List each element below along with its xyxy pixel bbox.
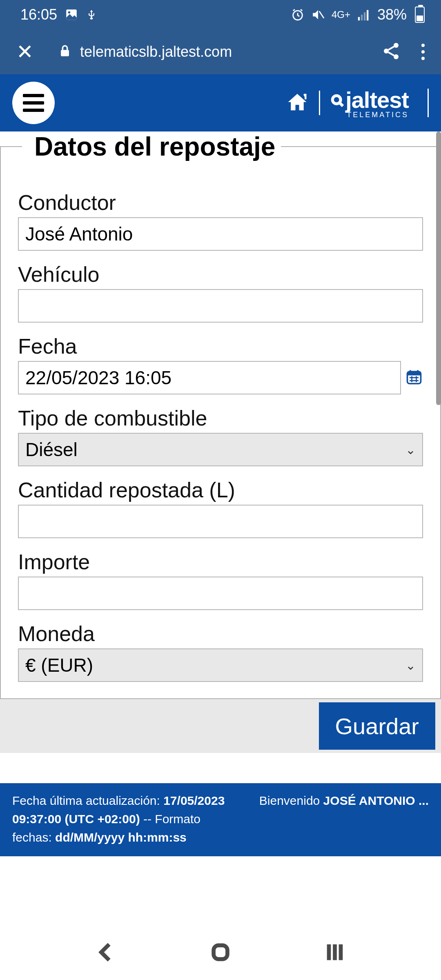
svg-rect-5: [361, 15, 363, 20]
divider: [428, 89, 429, 117]
tipo-combustible-label: Tipo de combustible: [18, 406, 423, 430]
svg-point-1: [68, 11, 71, 14]
fecha-label: Fecha: [18, 334, 423, 359]
svg-line-15: [339, 102, 343, 106]
brand-logo[interactable]: jaltest TELEMATICS: [331, 87, 409, 119]
svg-point-10: [384, 49, 389, 53]
kebab-menu-icon[interactable]: [421, 44, 425, 60]
vehiculo-label: Vehículo: [18, 262, 423, 287]
android-status-bar: 16:05 4G+ 38%: [0, 0, 441, 29]
svg-line-3: [319, 11, 324, 18]
svg-line-12: [388, 47, 394, 50]
svg-point-14: [332, 96, 341, 104]
fecha-input[interactable]: [18, 361, 401, 394]
mute-icon: [311, 8, 325, 22]
footer-status-bar: Fecha última actualización: 17/05/2023 0…: [0, 783, 441, 856]
nav-back-button[interactable]: [94, 940, 118, 966]
divider: [319, 91, 320, 115]
svg-point-9: [394, 43, 399, 48]
cantidad-input[interactable]: [18, 505, 423, 538]
browser-url[interactable]: telematicslb.jaltest.com: [80, 43, 381, 60]
browser-chrome-bar: ✕ telematicslb.jaltest.com: [0, 29, 441, 74]
alarm-icon: [291, 8, 305, 22]
network-type: 4G+: [332, 10, 350, 20]
android-nav-bar: [0, 926, 441, 980]
tipo-combustible-value: Diésel: [25, 439, 78, 461]
svg-rect-6: [364, 12, 365, 20]
status-time: 16:05: [20, 6, 57, 23]
action-bar: Guardar: [0, 699, 441, 753]
tipo-combustible-select[interactable]: Diésel ⌄: [18, 433, 423, 466]
svg-rect-7: [367, 10, 368, 20]
signal-icon: [357, 8, 371, 22]
share-icon[interactable]: [381, 41, 401, 62]
moneda-label: Moneda: [18, 621, 423, 646]
nav-recent-button[interactable]: [323, 940, 347, 966]
svg-rect-4: [358, 17, 360, 21]
usb-icon: [86, 7, 97, 22]
hamburger-menu-button[interactable]: [12, 82, 55, 124]
moneda-select[interactable]: € (EUR) ⌄: [18, 648, 423, 682]
lock-icon: [58, 44, 72, 60]
moneda-value: € (EUR): [25, 654, 93, 676]
footer-update-info: Fecha última actualización: 17/05/2023 0…: [12, 791, 235, 846]
brand-name: jaltest: [345, 87, 409, 113]
app-header: jaltest TELEMATICS: [0, 74, 441, 131]
calendar-icon[interactable]: [405, 368, 423, 388]
svg-rect-24: [214, 945, 227, 959]
svg-point-11: [394, 54, 399, 59]
nav-home-button[interactable]: [209, 940, 232, 966]
close-icon[interactable]: ✕: [16, 40, 33, 64]
svg-rect-17: [408, 372, 421, 375]
image-icon: [65, 8, 78, 22]
main-content: Datos del repostaje Conductor Vehículo F…: [0, 131, 441, 926]
save-button[interactable]: Guardar: [319, 702, 435, 750]
battery-icon: [415, 7, 425, 23]
chevron-down-icon: ⌄: [405, 443, 416, 457]
home-icon[interactable]: [286, 91, 308, 115]
importe-input[interactable]: [18, 577, 423, 610]
footer-welcome: Bienvenido JOSÉ ANTONIO ...: [259, 791, 429, 846]
chevron-down-icon: ⌄: [405, 658, 416, 673]
conductor-label: Conductor: [18, 190, 423, 215]
battery-percent: 38%: [377, 6, 407, 23]
scrollbar[interactable]: [436, 131, 441, 926]
conductor-input[interactable]: [18, 217, 423, 251]
importe-label: Importe: [18, 550, 423, 574]
form-legend: Datos del repostaje: [22, 131, 281, 162]
cantidad-label: Cantidad repostada (L): [18, 478, 423, 502]
brand-subtitle: TELEMATICS: [345, 111, 409, 119]
refuel-form: Datos del repostaje Conductor Vehículo F…: [0, 131, 441, 699]
svg-line-13: [388, 52, 394, 56]
svg-rect-8: [61, 50, 69, 56]
vehiculo-input[interactable]: [18, 289, 423, 323]
